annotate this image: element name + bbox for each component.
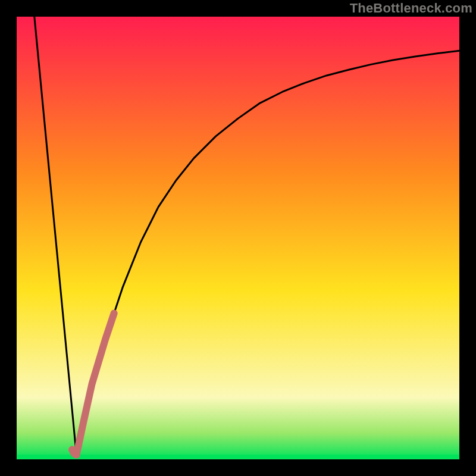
- chart-stage: TheBottleneck.com: [0, 0, 476, 476]
- chart-background: [17, 17, 459, 459]
- bottleneck-chart: [0, 0, 476, 476]
- watermark-text: TheBottleneck.com: [350, 1, 472, 16]
- baseline-strip: [17, 455, 459, 458]
